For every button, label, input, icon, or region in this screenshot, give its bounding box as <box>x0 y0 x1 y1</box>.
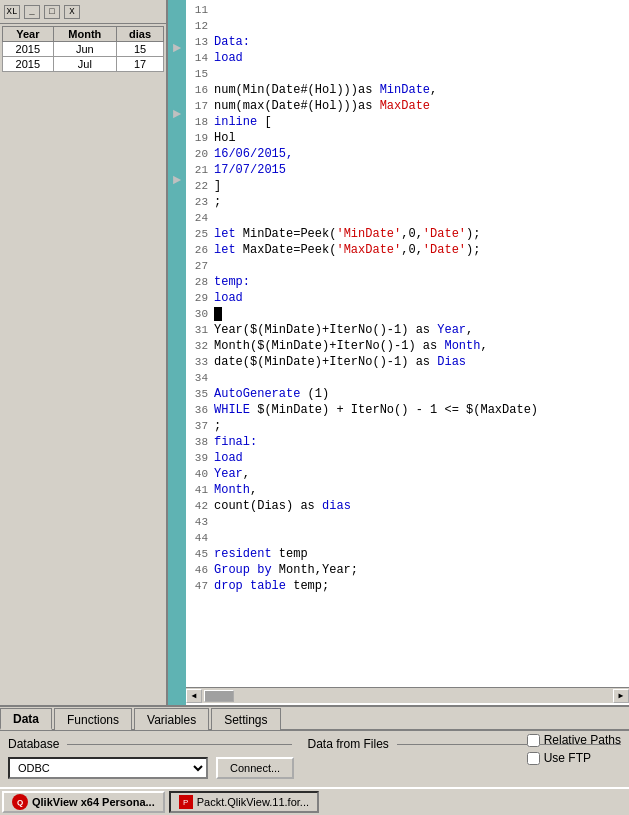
tab-data[interactable]: Data <box>0 708 52 730</box>
col-dias: dias <box>117 27 164 42</box>
start-label: QlikView x64 Persona... <box>32 796 155 808</box>
code-line-36: 36 WHILE $(MinDate) + IterNo() - 1 <= $(… <box>186 402 629 418</box>
maximize-button[interactable]: □ <box>44 5 60 19</box>
code-line-30: 30 <box>186 306 629 322</box>
cell-dias-2: 17 <box>117 57 164 72</box>
taskbar-app-label: Packt.QlikView.11.for... <box>197 796 309 808</box>
code-line-41: 41 Month, <box>186 482 629 498</box>
code-line-25: 25 let MinDate=Peek('MinDate',0,'Date'); <box>186 226 629 242</box>
relative-paths-checkbox[interactable] <box>527 734 540 747</box>
relative-paths-label: Relative Paths <box>544 733 621 747</box>
code-line-40: 40 Year, <box>186 466 629 482</box>
cell-year-2: 2015 <box>3 57 54 72</box>
h-scrollbar[interactable]: ◀ ▶ <box>186 687 629 703</box>
start-button[interactable]: Q QlikView x64 Persona... <box>2 791 165 813</box>
code-line-14: 14 load <box>186 50 629 66</box>
code-line-47: 47 drop table temp; <box>186 578 629 594</box>
arrow-icon-3[interactable]: ► <box>173 172 181 188</box>
code-line-33: 33 date($(MinDate)+IterNo()-1) as Dias <box>186 354 629 370</box>
taskbar-app-button[interactable]: P Packt.QlikView.11.for... <box>169 791 319 813</box>
database-divider <box>67 744 291 745</box>
table-row: 2015 Jul 17 <box>3 57 164 72</box>
tab-bar: Data Functions Variables Settings <box>0 707 629 731</box>
code-line-11: 11 <box>186 2 629 18</box>
cell-month-2: Jul <box>53 57 116 72</box>
code-content: 11 12 13 Data: 14 load 15 16 num(Min(Da <box>186 0 629 596</box>
db-select[interactable]: ODBC <box>8 757 208 779</box>
arrow-icon-2[interactable]: ► <box>173 106 181 122</box>
col-year: Year <box>3 27 54 42</box>
close-button[interactable]: X <box>64 5 80 19</box>
cell-dias-1: 15 <box>117 42 164 57</box>
code-line-26: 26 let MaxDate=Peek('MaxDate',0,'Date'); <box>186 242 629 258</box>
relative-paths-row: Relative Paths <box>527 733 621 747</box>
code-line-18: 18 inline [ <box>186 114 629 130</box>
code-line-42: 42 count(Dias) as dias <box>186 498 629 514</box>
database-label: Database <box>8 737 59 751</box>
scroll-left-btn[interactable]: ◀ <box>186 689 202 703</box>
code-line-37: 37 ; <box>186 418 629 434</box>
taskbar-app-icon: P <box>179 795 193 809</box>
tab-content-data: Database Data from Files ODBC Connect...… <box>0 731 629 785</box>
left-toolbar: XL _ □ X <box>0 0 166 24</box>
code-line-45: 45 resident temp <box>186 546 629 562</box>
left-panel: XL _ □ X Year Month dias 2015 Jun <box>0 0 168 720</box>
code-line-35: 35 AutoGenerate (1) <box>186 386 629 402</box>
code-line-20: 20 16/06/2015, <box>186 146 629 162</box>
tab-variables[interactable]: Variables <box>134 708 209 730</box>
code-line-12: 12 <box>186 18 629 34</box>
use-ftp-row: Use FTP <box>527 751 621 765</box>
taskbar: Q QlikView x64 Persona... P Packt.QlikVi… <box>0 787 629 815</box>
code-line-34: 34 <box>186 370 629 386</box>
right-options: Relative Paths Use FTP <box>527 733 621 769</box>
col-month: Month <box>53 27 116 42</box>
code-line-31: 31 Year($(MinDate)+IterNo()-1) as Year, <box>186 322 629 338</box>
data-table-container: Year Month dias 2015 Jun 15 2015 Jul 17 <box>0 24 166 74</box>
code-line-22: 22 ] <box>186 178 629 194</box>
code-line-44: 44 <box>186 530 629 546</box>
code-line-24: 24 <box>186 210 629 226</box>
minimize-button[interactable]: _ <box>24 5 40 19</box>
teal-sidebar: ► ► ► <box>168 0 186 815</box>
code-line-46: 46 Group by Month,Year; <box>186 562 629 578</box>
code-line-15: 15 <box>186 66 629 82</box>
code-line-39: 39 load <box>186 450 629 466</box>
qlikview-start-icon: Q <box>12 794 28 810</box>
code-line-17: 17 num(max(Date#(Hol)))as MaxDate <box>186 98 629 114</box>
table-row: 2015 Jun 15 <box>3 42 164 57</box>
code-line-21: 21 17/07/2015 <box>186 162 629 178</box>
files-label: Data from Files <box>308 737 389 751</box>
code-line-23: 23 ; <box>186 194 629 210</box>
arrow-icon-1[interactable]: ► <box>173 40 181 56</box>
xl-icon[interactable]: XL <box>4 5 20 19</box>
code-editor[interactable]: 11 12 13 Data: 14 load 15 16 num(Min(Da <box>186 0 629 720</box>
preview-table: Year Month dias 2015 Jun 15 2015 Jul 17 <box>2 26 164 72</box>
scroll-right-btn[interactable]: ▶ <box>613 689 629 703</box>
tab-functions[interactable]: Functions <box>54 708 132 730</box>
cell-year-1: 2015 <box>3 42 54 57</box>
code-line-38: 38 final: <box>186 434 629 450</box>
use-ftp-checkbox[interactable] <box>527 752 540 765</box>
code-line-43: 43 <box>186 514 629 530</box>
code-line-19: 19 Hol <box>186 130 629 146</box>
cell-month-1: Jun <box>53 42 116 57</box>
code-line-27: 27 <box>186 258 629 274</box>
connect-button[interactable]: Connect... <box>216 757 294 779</box>
code-scroll[interactable]: 11 12 13 Data: 14 load 15 16 num(Min(Da <box>186 0 629 720</box>
tab-settings[interactable]: Settings <box>211 708 280 730</box>
use-ftp-label: Use FTP <box>544 751 591 765</box>
code-line-28: 28 temp: <box>186 274 629 290</box>
scroll-thumb[interactable] <box>204 690 234 702</box>
code-line-13: 13 Data: <box>186 34 629 50</box>
xl-label: XL <box>7 7 18 17</box>
code-line-32: 32 Month($(MinDate)+IterNo()-1) as Month… <box>186 338 629 354</box>
code-line-16: 16 num(Min(Date#(Hol)))as MinDate, <box>186 82 629 98</box>
code-line-29: 29 load <box>186 290 629 306</box>
